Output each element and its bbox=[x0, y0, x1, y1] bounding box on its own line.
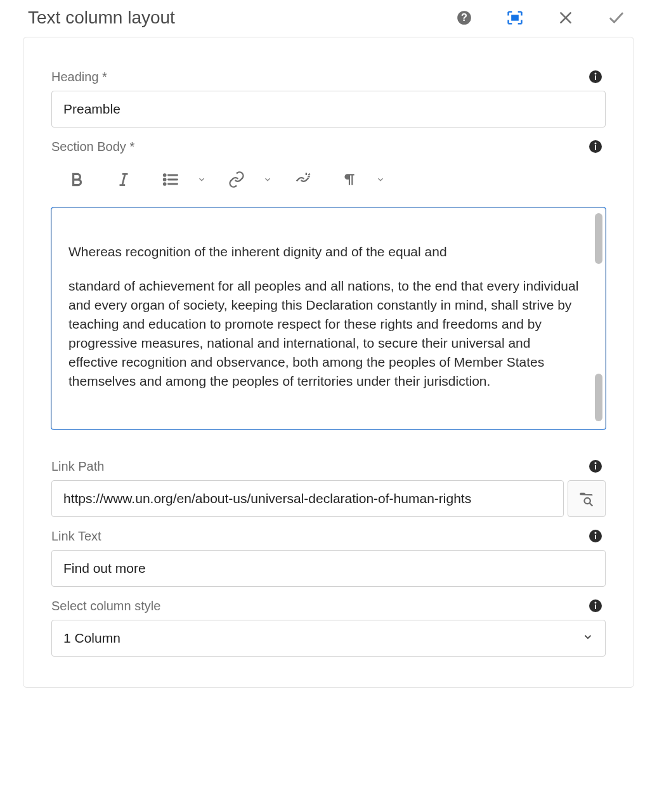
link-icon[interactable] bbox=[216, 164, 257, 195]
unlink-icon[interactable] bbox=[282, 164, 323, 195]
svg-text:?: ? bbox=[461, 11, 467, 23]
link-text-input[interactable] bbox=[51, 550, 606, 587]
rich-text-editor[interactable]: Whereas recognition of the inherent dign… bbox=[51, 207, 606, 429]
svg-point-12 bbox=[164, 174, 166, 176]
fullscreen-icon[interactable] bbox=[506, 9, 524, 27]
browse-icon[interactable] bbox=[568, 480, 606, 517]
confirm-icon[interactable] bbox=[608, 9, 625, 27]
column-style-select[interactable]: 1 Column bbox=[51, 620, 606, 657]
rte-content[interactable]: Whereas recognition of the inherent dign… bbox=[52, 208, 592, 429]
scrollbar-thumb[interactable] bbox=[595, 374, 602, 421]
svg-line-19 bbox=[308, 174, 309, 175]
svg-rect-7 bbox=[595, 145, 596, 150]
link-path-label: Link Path bbox=[51, 459, 588, 474]
svg-line-25 bbox=[590, 503, 593, 506]
svg-rect-22 bbox=[595, 465, 596, 469]
rte-toolbar bbox=[51, 160, 606, 195]
paragraph-format-icon[interactable] bbox=[329, 164, 370, 195]
svg-point-16 bbox=[164, 183, 166, 185]
rte-paragraph: standard of achievement for all peoples … bbox=[68, 277, 583, 391]
italic-icon[interactable] bbox=[103, 164, 144, 195]
select-value: 1 Column bbox=[63, 631, 120, 646]
svg-point-14 bbox=[164, 179, 166, 181]
dialog-title: Text column layout bbox=[28, 8, 455, 28]
bold-icon[interactable] bbox=[56, 164, 97, 195]
heading-field: Heading * bbox=[51, 69, 606, 128]
header-actions: ? bbox=[455, 9, 625, 27]
close-icon[interactable] bbox=[557, 9, 575, 27]
chevron-down-icon bbox=[582, 631, 594, 646]
svg-rect-30 bbox=[595, 605, 596, 609]
link-text-field: Link Text bbox=[51, 528, 606, 587]
svg-line-9 bbox=[122, 174, 125, 185]
svg-point-23 bbox=[595, 462, 597, 464]
section-body-label: Section Body * bbox=[51, 140, 588, 154]
svg-rect-2 bbox=[511, 15, 519, 20]
chevron-down-icon[interactable] bbox=[372, 164, 389, 195]
link-text-label: Link Text bbox=[51, 529, 588, 544]
dialog: Text column layout ? Heading * bbox=[0, 0, 657, 688]
rte-scrollbar[interactable] bbox=[595, 212, 602, 425]
column-style-label: Select column style bbox=[51, 599, 588, 613]
svg-point-31 bbox=[595, 602, 597, 604]
info-icon[interactable] bbox=[588, 598, 603, 613]
dialog-panel: Heading * Section Body * bbox=[23, 37, 634, 688]
info-icon[interactable] bbox=[588, 528, 603, 544]
link-path-input[interactable] bbox=[51, 480, 564, 517]
section-body-field: Section Body * bbox=[51, 139, 606, 429]
chevron-down-icon[interactable] bbox=[259, 164, 276, 195]
svg-point-24 bbox=[585, 498, 590, 504]
help-icon[interactable]: ? bbox=[455, 9, 473, 27]
column-style-field: Select column style 1 Column bbox=[51, 598, 606, 657]
dialog-header: Text column layout ? bbox=[0, 0, 657, 37]
svg-rect-27 bbox=[595, 535, 596, 539]
heading-label: Heading * bbox=[51, 70, 588, 84]
scrollbar-thumb[interactable] bbox=[595, 213, 602, 264]
heading-input[interactable] bbox=[51, 91, 606, 128]
info-icon[interactable] bbox=[588, 459, 603, 474]
svg-point-5 bbox=[595, 73, 597, 75]
rte-paragraph: Whereas recognition of the inherent dign… bbox=[68, 242, 583, 261]
info-icon[interactable] bbox=[588, 69, 603, 84]
svg-point-28 bbox=[595, 532, 597, 534]
info-icon[interactable] bbox=[588, 139, 603, 154]
svg-point-8 bbox=[595, 143, 597, 145]
chevron-down-icon[interactable] bbox=[193, 164, 210, 195]
svg-rect-4 bbox=[595, 75, 596, 80]
list-icon[interactable] bbox=[150, 164, 191, 195]
link-path-field: Link Path bbox=[51, 459, 606, 517]
